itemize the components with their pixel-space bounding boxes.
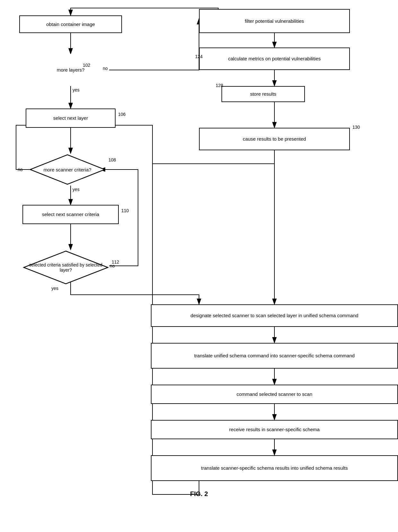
translate-unified-box: translate unified schema command into sc…	[151, 343, 398, 369]
cause-results-box: cause results to be presented	[199, 128, 350, 150]
designate-scanner-box: designate selected scanner to scan selec…	[151, 304, 398, 327]
obtain-container-box: obtain container image	[19, 15, 122, 33]
calc-metrics-label: calculate metrics on potential vulnerabi…	[228, 56, 321, 62]
calc-metrics-box: calculate metrics on potential vulnerabi…	[199, 48, 350, 70]
ref-130: 130	[352, 125, 360, 130]
no-scanner-label: no	[18, 167, 23, 172]
more-layers-label: more layers?	[57, 67, 85, 73]
command-scanner-label: command selected scanner to scan	[237, 391, 312, 397]
select-next-scanner-box: select next scanner criteria	[22, 205, 119, 224]
select-next-scanner-label: select next scanner criteria	[42, 211, 99, 218]
translate-specific-label: translate scanner-specific schema result…	[201, 465, 348, 471]
filter-vulnerabilities-box: filter potential vulnerabilities	[199, 9, 350, 33]
no-criteria-label: no	[110, 263, 115, 268]
yes-criteria-label: yes	[51, 286, 58, 291]
flowchart-diagram: obtain container image 100 filter potent…	[0, 0, 398, 507]
translate-unified-label: translate unified schema command into sc…	[194, 353, 355, 359]
designate-scanner-label: designate selected scanner to scan selec…	[191, 312, 359, 319]
command-scanner-box: command selected scanner to scan	[151, 385, 398, 404]
more-scanner-diamond: more scanner criteria?	[29, 153, 106, 186]
criteria-satisfied-diamond: selected criteria satisfied by selected …	[22, 250, 109, 285]
criteria-satisfied-label: selected criteria satisfied by selected …	[22, 262, 109, 273]
select-next-layer-label: select next layer	[53, 115, 88, 121]
obtain-container-label: obtain container image	[46, 21, 95, 28]
more-layers-diamond: more layers?	[32, 54, 109, 86]
translate-specific-box: translate scanner-specific schema result…	[151, 455, 398, 481]
filter-vulnerabilities-label: filter potential vulnerabilities	[245, 18, 304, 24]
no-layers-label: no	[103, 66, 108, 71]
store-results-label: store results	[250, 91, 276, 97]
more-scanner-label: more scanner criteria?	[43, 167, 91, 172]
cause-results-label: cause results to be presented	[243, 136, 306, 142]
receive-results-label: receive results in scanner-specific sche…	[229, 426, 320, 433]
store-results-box: store results	[221, 86, 305, 102]
ref-108: 108	[108, 157, 116, 162]
ref-106: 106	[118, 112, 125, 117]
yes-layers-label: yes	[73, 87, 80, 92]
fig-label: FIG. 2	[190, 490, 208, 498]
receive-results-box: receive results in scanner-specific sche…	[151, 420, 398, 439]
ref-110: 110	[121, 208, 129, 213]
ref-128: 128	[216, 83, 223, 88]
select-next-layer-box: select next layer	[26, 109, 116, 128]
ref-124: 124	[195, 54, 203, 59]
yes-scanner-label: yes	[73, 187, 80, 192]
